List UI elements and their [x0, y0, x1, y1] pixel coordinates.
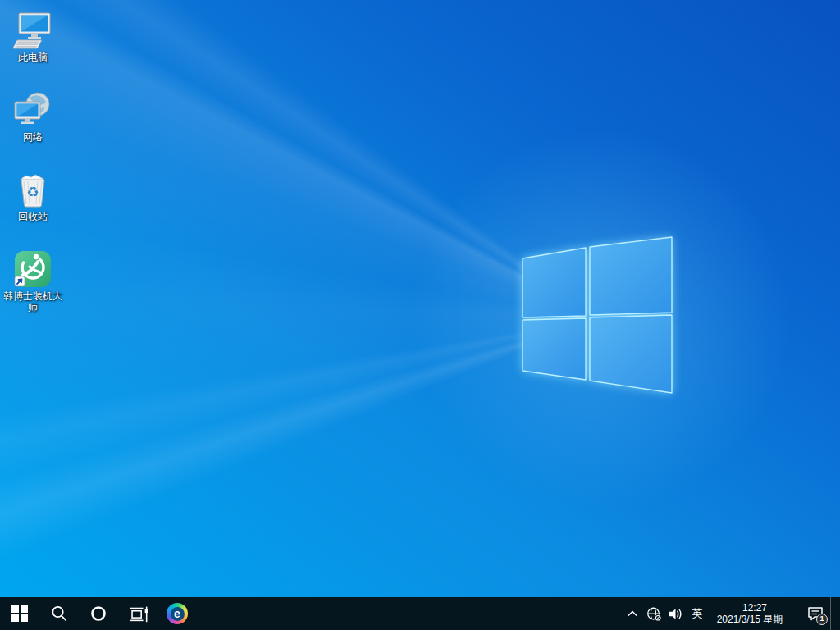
desktop-icon-list: 此电脑 网络 ♻ 回收站: [2, 7, 64, 325]
desktop-icon-label: 此电脑: [18, 52, 48, 63]
cortana-icon: [89, 605, 107, 623]
desktop-icon-hanboshi[interactable]: 韩博士装机大师: [2, 245, 64, 324]
cortana-button[interactable]: [79, 597, 118, 630]
svg-text:♻: ♻: [26, 184, 39, 200]
task-view-icon: [127, 603, 148, 624]
tray-date: 2021/3/15 星期一: [717, 614, 793, 625]
action-center-button[interactable]: 1: [801, 597, 830, 630]
desktop-wallpaper: 此电脑 网络 ♻ 回收站: [0, 0, 840, 597]
show-desktop-button[interactable]: [830, 597, 840, 630]
desktop-icon-recycle-bin[interactable]: ♻ 回收站: [2, 166, 64, 244]
ime-language-indicator[interactable]: 英: [686, 597, 709, 630]
desktop-icon-network[interactable]: 网络: [2, 86, 64, 165]
network-icon: [13, 90, 52, 130]
shortcut-arrow-overlay: [15, 276, 25, 286]
desktop-icon-this-pc[interactable]: 此电脑: [2, 7, 64, 85]
task-view-button[interactable]: [118, 597, 158, 630]
search-button[interactable]: [39, 597, 79, 630]
hanboshi-app-icon: [13, 249, 52, 289]
desktop-icon-label: 网络: [23, 131, 43, 143]
network-status-button[interactable]: [643, 597, 664, 630]
system-tray: 英 12:27 2021/3/15 星期一 1: [622, 597, 840, 630]
desktop-icon-label: 韩博士装机大师: [2, 290, 63, 313]
desktop-icon-label: 回收站: [18, 211, 48, 222]
edge-button[interactable]: e: [158, 597, 197, 630]
taskbar: e 英: [0, 597, 840, 630]
chevron-up-icon: [627, 609, 638, 618]
start-button[interactable]: [0, 597, 39, 630]
edge-letter: e: [171, 607, 185, 621]
search-icon: [50, 605, 68, 623]
windows-start-icon: [11, 605, 28, 622]
clock[interactable]: 12:27 2021/3/15 星期一: [709, 597, 801, 630]
speaker-icon: [668, 606, 683, 622]
windows-logo-wallpaper: [517, 230, 678, 402]
globe-no-internet-icon: [646, 606, 662, 622]
notification-badge: 1: [816, 614, 828, 625]
hidden-icons-button[interactable]: [622, 597, 643, 630]
recycle-bin-icon: ♻: [13, 170, 52, 209]
volume-button[interactable]: [664, 597, 686, 630]
edge-icon: e: [167, 603, 188, 624]
tray-time: 12:27: [742, 602, 767, 614]
this-pc-icon: [13, 11, 52, 50]
